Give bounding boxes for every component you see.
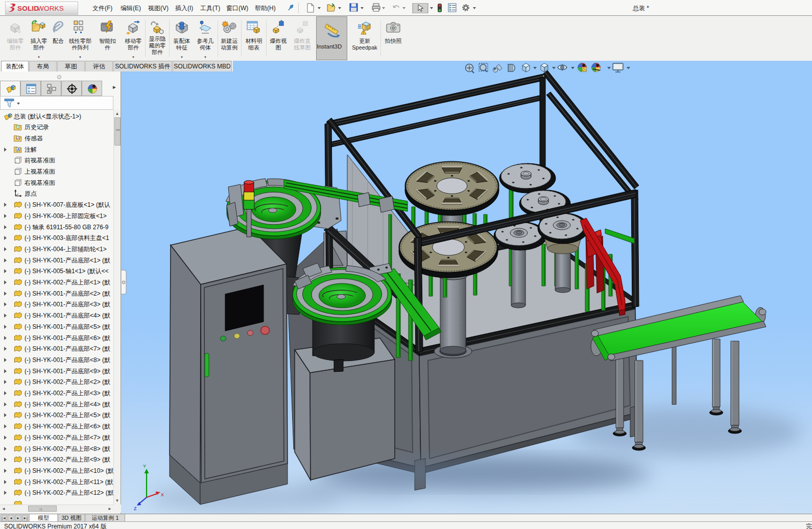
svg-text:!: ! [363,30,365,35]
svg-text:Y: Y [143,464,146,469]
svg-text:X: X [161,492,164,497]
svg-text:SOLID: SOLID [17,5,39,12]
svg-text:Z: Z [134,506,137,511]
svg-text:WORKS: WORKS [37,5,64,12]
svg-text:A: A [17,148,19,152]
